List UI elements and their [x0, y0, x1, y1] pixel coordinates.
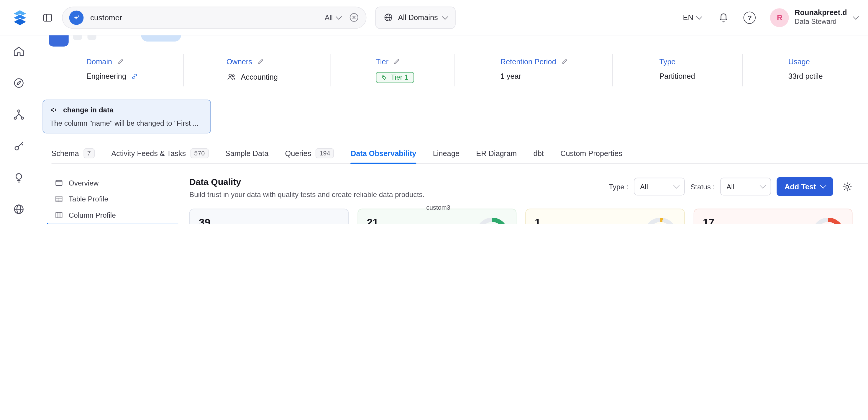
meta-field-retention: Retention Period 1 year [455, 54, 613, 86]
tab-custom-properties[interactable]: Custom Properties [560, 143, 622, 163]
edit-pencil-icon[interactable] [561, 58, 568, 65]
menu-item-overview[interactable]: Overview [47, 175, 179, 191]
aborted-percent: 2.6% [644, 218, 676, 224]
meta-field-type: Type Partitioned [613, 54, 743, 86]
help-button[interactable]: ? [744, 11, 756, 23]
chevron-down-icon [820, 182, 826, 188]
nav-key-icon[interactable] [13, 140, 25, 152]
quality-settings-button[interactable] [842, 181, 852, 192]
layers-logo-icon [11, 8, 29, 26]
owners-value: Accounting [241, 73, 278, 81]
type-label: Type [659, 58, 675, 66]
top-navbar: All All Domains EN [0, 0, 868, 35]
failed-card: 17 Failed 43.6% [693, 209, 852, 224]
tab-activity-feeds[interactable]: Activity Feeds & Tasks 570 [111, 143, 209, 163]
global-search-bar[interactable]: All [62, 6, 366, 29]
entity-type-avatar [49, 35, 69, 47]
search-scope-label: All [325, 13, 333, 22]
owners-label: Owners [226, 58, 252, 66]
ai-sparkle-icon [69, 10, 84, 25]
language-dropdown[interactable]: EN [683, 13, 702, 22]
failed-donut-chart: 43.6% [812, 218, 844, 224]
tier-label: Tier [376, 58, 389, 66]
navbar-right: EN ? R Rounakpreet.d Data Steward [683, 8, 858, 27]
type-value: Partitioned [659, 72, 695, 80]
tab-lineage[interactable]: Lineage [433, 143, 460, 163]
add-test-button[interactable]: Add Test [777, 177, 833, 196]
user-name: Rounakpreet.d [795, 8, 847, 18]
nav-explore-compass-icon[interactable] [13, 77, 25, 89]
observability-side-menu: Overview Table Profile Column Profile Da… [47, 173, 179, 224]
usage-value: 33rd pctile [788, 72, 823, 80]
aborted-card: 1 Aborted 2.6% [525, 209, 685, 224]
tier-badge: Tier 1 [376, 72, 414, 83]
team-people-icon [226, 72, 237, 82]
total-tests-count: 39 [199, 216, 339, 224]
nav-domains-globe-icon[interactable] [13, 203, 25, 215]
menu-item-data-quality[interactable]: Data Quality [47, 223, 179, 224]
edit-pencil-icon[interactable] [257, 58, 264, 65]
user-menu-chevron-icon[interactable] [852, 13, 859, 20]
sidebar-toggle-button[interactable] [42, 12, 53, 23]
tab-count-badge: 7 [84, 148, 95, 159]
status-filter-label: Status : [690, 182, 715, 190]
chevron-down-icon [442, 13, 448, 20]
domains-dropdown[interactable]: All Domains [375, 6, 456, 29]
type-filter-label: Type : [609, 182, 628, 190]
app-logo[interactable] [9, 8, 31, 26]
tab-er-diagram[interactable]: ER Diagram [476, 143, 517, 163]
nav-home-icon[interactable] [13, 46, 25, 58]
tab-queries[interactable]: Queries 194 [285, 143, 334, 163]
edit-pencil-icon[interactable] [117, 58, 124, 65]
user-info: Rounakpreet.d Data Steward [795, 8, 847, 27]
aborted-donut-chart: 2.6% [644, 218, 676, 224]
tab-schema[interactable]: Schema 7 [52, 143, 95, 163]
main-content: Domain Engineering Owners Ac [38, 35, 868, 224]
search-clear-button[interactable] [349, 12, 359, 23]
breadcrumb-remnant-icon [73, 35, 82, 40]
notifications-button[interactable] [718, 12, 730, 23]
app-viewport: All All Domains EN [0, 0, 868, 224]
search-input[interactable] [89, 12, 325, 22]
table-profile-icon [55, 195, 63, 203]
domain-label: Domain [86, 58, 112, 66]
tab-count-badge: 194 [316, 148, 334, 159]
scrolled-entity-header [49, 35, 868, 48]
user-avatar[interactable]: R [770, 8, 789, 27]
tab-data-observability[interactable]: Data Observability [351, 143, 416, 163]
chevron-down-icon [696, 13, 703, 20]
tab-sample-data[interactable]: Sample Data [225, 143, 269, 163]
gear-icon [842, 181, 852, 192]
tab-count-badge: 570 [190, 148, 209, 159]
chevron-down-icon [336, 13, 342, 20]
app-shell: Domain Engineering Owners Ac [0, 35, 868, 224]
usage-label: Usage [788, 58, 810, 66]
nav-insights-bulb-icon[interactable] [13, 172, 25, 184]
domains-dropdown-label: All Domains [398, 13, 438, 22]
domain-value: Engineering [86, 72, 126, 80]
bell-icon [718, 12, 730, 23]
type-filter-select[interactable]: All [634, 178, 685, 195]
status-filter-select[interactable]: All [720, 178, 771, 195]
clear-circle-x-icon [349, 12, 359, 23]
page-subtitle: Build trust in your data with quality te… [189, 190, 425, 199]
menu-item-table-profile[interactable]: Table Profile [47, 191, 179, 207]
edit-pencil-icon[interactable] [393, 58, 400, 65]
entity-chip-remnant [141, 35, 181, 41]
subdomain-link-icon [131, 72, 138, 80]
avatar-initial: R [777, 13, 782, 22]
meta-field-domain: Domain Engineering [49, 54, 184, 86]
meta-field-usage: Usage 33rd pctile [743, 54, 823, 86]
panel-toggle-icon [42, 12, 53, 23]
success-percent: 53.8% [476, 218, 508, 224]
search-scope-dropdown[interactable]: All [325, 13, 341, 22]
announcement-card[interactable]: change in data The column "name" will be… [43, 100, 211, 133]
entity-tabs: Schema 7 Activity Feeds & Tasks 570 Samp… [52, 143, 868, 164]
column-profile-icon [55, 211, 63, 219]
meta-field-owners: Owners Accounting [184, 54, 330, 86]
menu-item-column-profile[interactable]: Column Profile [47, 207, 179, 223]
nav-lineage-graph-icon[interactable] [13, 109, 25, 121]
chevron-down-icon [673, 182, 680, 188]
tab-dbt[interactable]: dbt [533, 143, 544, 163]
summary-cards: custom3 39 Total Tests 21 [189, 209, 852, 224]
